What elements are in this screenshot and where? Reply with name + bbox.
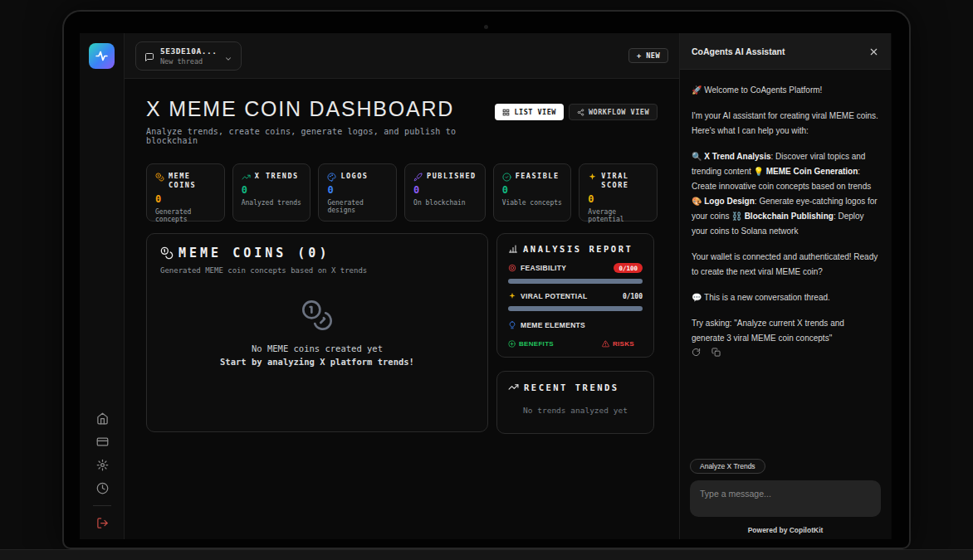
feasibility-score-badge: 0/100: [614, 263, 643, 273]
assistant-message: 🔍 X Trend Analysis: Discover viral topic…: [692, 149, 879, 239]
suggestion-chip[interactable]: Analyze X Trends: [690, 459, 765, 474]
page-title: X MEME COIN DASHBOARD: [146, 97, 495, 121]
stat-value: 0: [413, 184, 477, 196]
topbar: 5E3DE10A... New thread + NEW: [125, 33, 679, 79]
assistant-footer: Analyze X Trends Powered by CopilotKit: [680, 457, 891, 539]
message-actions: [692, 348, 879, 357]
close-icon[interactable]: [868, 46, 879, 56]
stat-value: 0: [502, 184, 563, 196]
pulse-icon: [95, 49, 109, 63]
thread-selector[interactable]: 5E3DE10A... New thread: [135, 41, 242, 71]
assistant-message: 🚀 Welcome to CoAgents Platform!: [692, 83, 879, 98]
analysis-title: ANALYSIS REPORT: [523, 244, 633, 254]
assistant-message: 💬 This is a new conversation thread.: [692, 290, 879, 305]
assistant-messages: 🚀 Welcome to CoAgents Platform! I'm your…: [680, 70, 891, 457]
stat-desc: Average potential: [588, 208, 648, 223]
settings-icon[interactable]: [96, 459, 109, 471]
sparkle-icon: [508, 292, 516, 300]
thread-subtitle: New thread: [160, 57, 217, 66]
laptop-frame: 5E3DE10A... New thread + NEW X MEME COIN…: [62, 10, 911, 549]
tab-workflow-view[interactable]: WORKFLOW VIEW: [569, 104, 658, 120]
stat-value: 0: [588, 193, 648, 205]
trends-title: RECENT TRENDS: [524, 382, 619, 392]
view-toggle: LIST VIEW WORKFLOW VIEW: [495, 104, 658, 120]
coins-empty-icon: [301, 299, 334, 332]
meme-elements-label: MEME ELEMENTS: [521, 321, 585, 329]
workflow-icon: [577, 109, 584, 116]
regenerate-icon[interactable]: [692, 348, 701, 357]
camera-dot: [484, 25, 488, 29]
target-icon: [508, 264, 516, 272]
stat-value: 0: [327, 184, 388, 196]
trending-up-icon: [508, 382, 519, 392]
left-rail: [80, 33, 125, 539]
empty-line1: No MEME coins created yet: [252, 343, 383, 353]
wallet-icon[interactable]: [96, 436, 109, 448]
stat-desc: Generated concepts: [155, 208, 216, 223]
new-button[interactable]: + NEW: [628, 48, 668, 63]
chat-bubble-icon: [144, 51, 154, 61]
plus-circle-icon: [508, 340, 516, 348]
rail-divider: [93, 505, 111, 506]
empty-line2: Start by analyzing X platform trends!: [220, 357, 414, 367]
meme-coins-panel: MEME COINS (0) Generated MEME coin conce…: [146, 233, 488, 432]
assistant-message: I'm your AI assistant for creating viral…: [692, 109, 879, 139]
page-subtitle: Analyze trends, create coins, generate l…: [146, 127, 495, 145]
viral-progress-bar: [508, 306, 643, 311]
check-circle-icon: [502, 173, 511, 182]
message-input[interactable]: [690, 480, 881, 517]
benefits-label: BENEFITS: [508, 340, 554, 348]
chevron-down-icon: [224, 51, 232, 60]
stat-card-viral-score[interactable]: VIRAL SCORE 0 Average potential: [579, 163, 658, 222]
main-column: 5E3DE10A... New thread + NEW X MEME COIN…: [125, 33, 679, 539]
stat-desc: Generated designs: [327, 199, 388, 214]
trends-empty-text: No trends analyzed yet: [508, 406, 643, 415]
alert-triangle-icon: [602, 340, 609, 348]
grid-icon: [502, 109, 510, 116]
laptop-base: [0, 549, 973, 560]
assistant-panel: CoAgents AI Assistant 🚀 Welcome to CoAge…: [679, 33, 891, 539]
thread-id: 5E3DE10A...: [160, 46, 217, 56]
copy-icon[interactable]: [711, 348, 721, 357]
history-icon[interactable]: [96, 482, 109, 494]
app-screen: 5E3DE10A... New thread + NEW X MEME COIN…: [80, 33, 892, 539]
feasibility-progress-bar: [508, 279, 643, 284]
stat-card-meme-coins[interactable]: MEME COINS 0 Generated concepts: [146, 163, 225, 222]
dashboard-content: X MEME COIN DASHBOARD Analyze trends, cr…: [125, 79, 679, 539]
coins-icon: [160, 246, 174, 260]
viral-potential-label: VIRAL POTENTIAL: [521, 292, 587, 300]
assistant-header: CoAgents AI Assistant: [680, 33, 891, 70]
assistant-message: Your wallet is connected and authenticat…: [692, 250, 879, 280]
risks-label: RISKS: [602, 340, 634, 348]
bar-chart-icon: [508, 244, 518, 254]
stats-row: MEME COINS 0 Generated concepts X TRENDS…: [146, 163, 658, 222]
stat-desc: Analyzed trends: [242, 199, 302, 207]
assistant-message: Try asking: "Analyze current X trends an…: [692, 316, 879, 346]
meme-empty-state: No MEME coins created yet Start by analy…: [147, 299, 487, 367]
assistant-title: CoAgents AI Assistant: [692, 46, 785, 56]
coins-icon: [155, 173, 164, 182]
meme-panel-subtitle: Generated MEME coin concepts based on X …: [160, 266, 474, 275]
lightbulb-icon: [508, 321, 516, 329]
stat-card-feasible[interactable]: FEASIBLE 0 Viable concepts: [493, 163, 572, 222]
stat-desc: Viable concepts: [502, 199, 563, 207]
stat-card-x-trends[interactable]: X TRENDS 0 Analyzed trends: [232, 163, 311, 222]
recent-trends-panel: RECENT TRENDS No trends analyzed yet: [496, 371, 654, 434]
feasibility-label: FEASIBILITY: [521, 264, 566, 272]
stat-card-published[interactable]: PUBLISHED 0 On blockchain: [404, 163, 486, 222]
meme-panel-title: MEME COINS (0): [178, 246, 330, 261]
stat-desc: On blockchain: [413, 199, 477, 207]
trending-up-icon: [242, 173, 251, 182]
powered-by-label: Powered by CopilotKit: [690, 526, 881, 534]
app-logo[interactable]: [89, 43, 115, 69]
stat-card-logos[interactable]: LOGOS 0 Generated designs: [318, 163, 397, 222]
analysis-report-panel: ANALYSIS REPORT FEASIBILITY 0/100 VIRAL …: [496, 233, 654, 358]
rocket-icon: [413, 173, 423, 182]
home-icon[interactable]: [96, 412, 109, 425]
palette-icon: [327, 173, 336, 182]
stat-value: 0: [155, 193, 216, 205]
logout-icon[interactable]: [96, 517, 109, 529]
stat-value: 0: [242, 184, 302, 196]
tab-list-view[interactable]: LIST VIEW: [495, 104, 564, 120]
viral-score: 0/100: [623, 293, 643, 300]
